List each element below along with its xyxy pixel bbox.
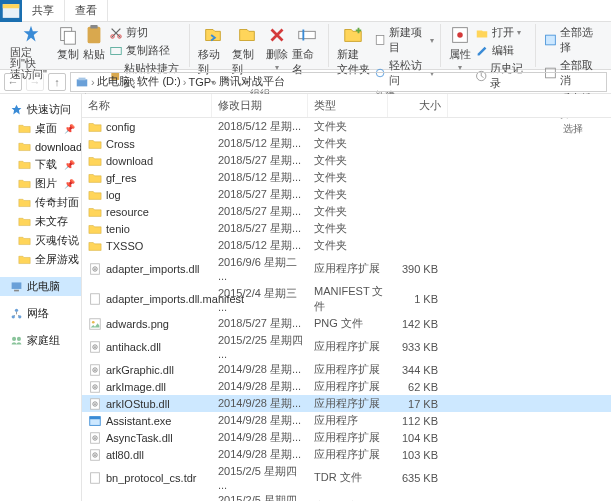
forward-button[interactable]: → <box>26 73 44 91</box>
breadcrumb[interactable]: › 此电脑› 软件 (D:)› TGP› 腾讯对战平台 <box>70 72 607 92</box>
sidebar-item[interactable]: 下载📌 <box>0 155 81 174</box>
select-all-button[interactable]: 全部选择 <box>544 24 601 56</box>
file-row[interactable]: resource2018/5/27 星期...文件夹 <box>82 203 611 220</box>
file-name: arkIOStub.dll <box>106 398 170 410</box>
file-row[interactable]: BNUpdate.exe2015/2/5 星期四 ...应用程序48 KB <box>82 492 611 501</box>
file-row[interactable]: arkGraphic.dll2014/9/28 星期...应用程序扩展344 K… <box>82 361 611 378</box>
col-date[interactable]: 修改日期 <box>212 94 308 117</box>
file-row[interactable]: bn_protocol_cs.tdr2015/2/5 星期四 ...TDR 文件… <box>82 463 611 492</box>
file-row[interactable]: atl80.dll2014/9/28 星期...应用程序扩展103 KB <box>82 446 611 463</box>
column-headers[interactable]: 名称 修改日期 类型 大小 <box>82 94 611 118</box>
file-row[interactable]: TXSSO2018/5/12 星期...文件夹 <box>82 237 611 254</box>
sidebar-item[interactable]: 灭魂传说 <box>0 231 81 250</box>
file-row[interactable]: Cross2018/5/12 星期...文件夹 <box>82 135 611 152</box>
file-date: 2016/9/6 星期二 ... <box>212 255 308 282</box>
open-button[interactable]: 打开▾ <box>475 24 530 41</box>
svg-point-22 <box>15 309 18 312</box>
file-row[interactable]: download2018/5/27 星期...文件夹 <box>82 152 611 169</box>
png-icon <box>88 317 102 331</box>
dll-icon <box>88 431 102 445</box>
sidebar-item[interactable]: 图片📌 <box>0 174 81 193</box>
file-row[interactable]: adwards.png2018/5/27 星期...PNG 文件142 KB <box>82 315 611 332</box>
file-row[interactable]: config2018/5/12 星期...文件夹 <box>82 118 611 135</box>
file-name: config <box>106 121 135 133</box>
file-list-pane[interactable]: 名称 修改日期 类型 大小 config2018/5/12 星期...文件夹Cr… <box>82 94 611 501</box>
file-row[interactable]: adapter_imports.dll.manifest2015/2/4 星期三… <box>82 283 611 315</box>
file-row[interactable]: Assistant.exe2014/9/28 星期...应用程序112 KB <box>82 412 611 429</box>
pin-to-quick-access-button[interactable]: 固定到"快速访问" <box>10 24 53 80</box>
new-item-button[interactable]: 新建项目▾ <box>374 24 434 56</box>
breadcrumb-seg[interactable]: TGP <box>188 76 211 88</box>
file-date: 2018/5/27 星期... <box>212 153 308 168</box>
properties-button[interactable]: 属性▾ <box>449 24 471 72</box>
file-row[interactable]: antihack.dll2015/2/25 星期四 ...应用程序扩展933 K… <box>82 332 611 361</box>
file-type: 应用程序 <box>308 413 388 428</box>
file-name: gf_res <box>106 172 137 184</box>
sidebar-quick-access[interactable]: 快速访问 <box>0 100 81 119</box>
file-size: 142 KB <box>388 318 448 330</box>
file-name: adapter_imports.dll <box>106 263 200 275</box>
tab-view[interactable]: 查看 <box>65 0 108 21</box>
file-name: log <box>106 189 121 201</box>
folder-icon <box>18 158 31 171</box>
file-size: 1 KB <box>388 293 448 305</box>
file-date: 2018/5/12 星期... <box>212 238 308 253</box>
file-row[interactable]: AsyncTask.dll2014/9/28 星期...应用程序扩展104 KB <box>82 429 611 446</box>
dll-icon <box>88 380 102 394</box>
breadcrumb-seg[interactable]: 腾讯对战平台 <box>219 74 285 89</box>
delete-button[interactable]: 删除▾ <box>266 24 288 72</box>
back-button[interactable]: ← <box>4 73 22 91</box>
tab-share[interactable]: 共享 <box>22 0 65 21</box>
file-type: 应用程序扩展 <box>308 339 388 354</box>
edit-button[interactable]: 编辑 <box>475 42 530 59</box>
svg-point-29 <box>94 268 96 270</box>
dll-icon <box>88 340 102 354</box>
copy-path-button[interactable]: 复制路径 <box>109 42 183 59</box>
svg-point-38 <box>94 369 96 371</box>
svg-point-49 <box>94 437 96 439</box>
file-row[interactable]: log2018/5/27 星期...文件夹 <box>82 186 611 203</box>
file-name: TXSSO <box>106 240 143 252</box>
col-name[interactable]: 名称 <box>82 94 212 117</box>
file-row[interactable]: gf_res2018/5/12 星期...文件夹 <box>82 169 611 186</box>
svg-rect-21 <box>14 290 19 292</box>
file-type: 文件夹 <box>308 204 388 219</box>
copy-button[interactable]: 复制 <box>57 24 79 62</box>
file-size: 390 KB <box>388 263 448 275</box>
cut-button[interactable]: 剪切 <box>109 24 183 41</box>
file-row[interactable]: adapter_imports.dll2016/9/6 星期二 ...应用程序扩… <box>82 254 611 283</box>
folder-icon <box>18 122 31 135</box>
file-row[interactable]: arkIOStub.dll2014/9/28 星期...应用程序扩展17 KB <box>82 395 611 412</box>
file-size: 103 KB <box>388 449 448 461</box>
file-row[interactable]: tenio2018/5/27 星期...文件夹 <box>82 220 611 237</box>
svg-rect-31 <box>90 318 101 329</box>
breadcrumb-seg[interactable]: 软件 (D:) <box>137 74 180 89</box>
svg-rect-11 <box>376 35 384 44</box>
file-row[interactable]: arkImage.dll2014/9/28 星期...应用程序扩展62 KB <box>82 378 611 395</box>
svg-rect-5 <box>90 25 97 29</box>
new-folder-button[interactable]: 新建 文件夹 <box>337 24 370 77</box>
breadcrumb-seg[interactable]: 此电脑 <box>97 74 130 89</box>
svg-point-32 <box>92 320 95 323</box>
svg-rect-18 <box>77 79 88 86</box>
paste-button[interactable]: 粘贴 <box>83 24 105 62</box>
sidebar-item[interactable]: 未文存 <box>0 212 81 231</box>
file-name: arkGraphic.dll <box>106 364 174 376</box>
col-size[interactable]: 大小 <box>388 94 448 117</box>
file-date: 2014/9/28 星期... <box>212 447 308 462</box>
sidebar-item[interactable]: 全屏游戏 <box>0 250 81 269</box>
sidebar-item[interactable]: 传奇封面 <box>0 193 81 212</box>
file-date: 2014/9/28 星期... <box>212 362 308 377</box>
up-button[interactable]: ↑ <box>48 73 66 91</box>
file-type: 文件夹 <box>308 221 388 236</box>
rename-button[interactable]: 重命名 <box>292 24 322 77</box>
sidebar-item[interactable]: 桌面📌 <box>0 119 81 138</box>
file-size: 112 KB <box>388 415 448 427</box>
sidebar-homegroup[interactable]: 家庭组 <box>0 331 81 350</box>
sidebar-network[interactable]: 网络 <box>0 304 81 323</box>
col-type[interactable]: 类型 <box>308 94 388 117</box>
file-type: 应用程序扩展 <box>308 362 388 377</box>
sidebar-this-pc[interactable]: 此电脑 <box>0 277 81 296</box>
file-type: TDR 文件 <box>308 470 388 485</box>
sidebar-item[interactable]: download📌 <box>0 138 81 155</box>
